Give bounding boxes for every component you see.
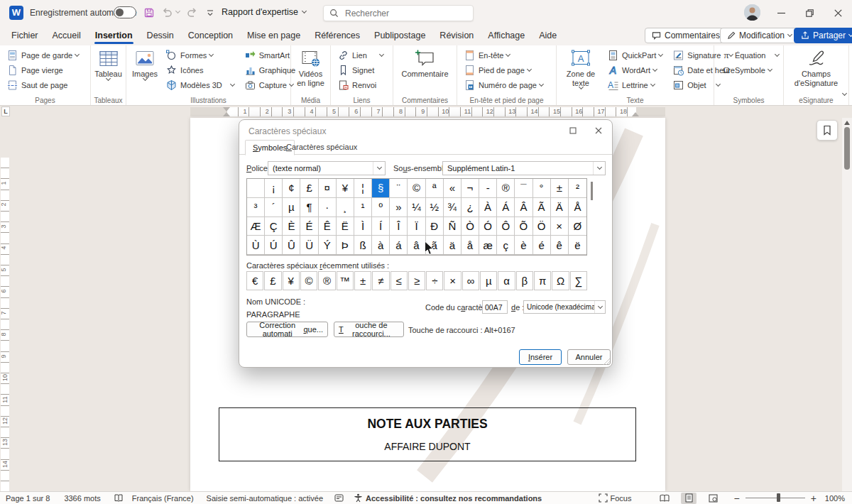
symbol-cell[interactable]: ¨ [390,179,408,198]
symbol-cell[interactable]: Õ [515,217,532,236]
symbol-cell[interactable]: ³ [247,198,265,217]
symbol-cell[interactable]: ¸ [337,198,354,217]
symbol-cell[interactable]: Ý [319,236,337,255]
symbol-cell[interactable]: Ã [533,198,551,217]
recent-symbol-cell[interactable]: ÷ [426,271,443,290]
scroll-up-arrow[interactable] [843,120,851,126]
symbol-cell[interactable]: À [479,198,497,217]
print-layout-button[interactable] [681,493,697,504]
ribbon-tab-insertion[interactable]: Insertion [88,27,140,45]
symbol-cell[interactable]: Á [497,198,515,217]
page-indicator[interactable]: Page 1 sur 8 [6,494,50,503]
symbol-cell[interactable]: Ø [569,217,586,236]
symbol-cell[interactable]: å [462,236,479,255]
autocorrect-button[interactable]: Correction automatique... [246,322,328,337]
language-indicator[interactable]: Français (France) [132,494,194,503]
restore-button[interactable] [795,0,824,26]
zoom-slider[interactable] [746,498,805,498]
quickpart-button[interactable]: QuickPart [604,48,665,62]
symbol-cell[interactable]: ë [569,236,586,255]
dialog-tab-special-characters[interactable]: Caractères spéciaux [279,140,364,155]
symbol-cell[interactable]: ¶ [300,198,318,217]
undo-icon[interactable] [160,6,175,20]
scrollbar-thumb[interactable] [844,127,850,170]
document-title-box[interactable]: NOTE AUX PARTIES AFFAIRE DUPONT [219,407,636,461]
symbol-cell[interactable]: ª [426,179,444,198]
symbol-cell[interactable]: È [283,217,300,236]
recent-symbol-cell[interactable]: α [498,271,515,290]
bookmark-flyout-button[interactable] [816,120,838,141]
ribbon-tab-publipostage[interactable]: Publipostage [367,27,432,45]
chart-button[interactable]: Graphique [241,62,298,77]
tab-stop-selector[interactable]: L [1,106,10,116]
accessibility-status[interactable]: Accessibilité : consultez nos recommanda… [354,493,542,503]
symbol-cell[interactable]: - [479,179,497,198]
dialog-restore-button[interactable] [567,125,579,136]
dropdown-chevron-icon[interactable] [373,162,385,175]
symbol-cell[interactable]: â [408,236,425,255]
comments-button[interactable]: Commentaires [645,28,727,43]
symbol-cell[interactable]: Å [569,198,586,217]
symbol-cell[interactable]: ½ [426,198,444,217]
symbol-cell[interactable]: ¯ [515,179,532,198]
symbol-cell[interactable]: Ò [462,217,479,236]
search-input[interactable] [344,8,450,19]
symbol-cell[interactable]: Ú [265,236,283,255]
symbol-cell[interactable]: ® [497,179,515,198]
recent-symbol-cell[interactable]: ™ [337,271,354,290]
new-comment-button[interactable]: Commentaire [399,48,450,80]
recent-symbol-cell[interactable]: ≠ [372,271,389,290]
icons-button[interactable]: Icônes [163,62,237,77]
symbol-cell[interactable]: Ï [408,217,425,236]
symbol-cell[interactable]: ´ [265,198,283,217]
symbol-cell[interactable]: ° [533,179,551,198]
online-videos-button[interactable]: Vidéos en ligne [292,48,330,89]
3d-models-button[interactable]: Modèles 3D [163,77,237,92]
ribbon-tab-accueil[interactable]: Accueil [45,27,88,45]
recent-symbol-cell[interactable]: µ [480,271,497,290]
recent-symbol-cell[interactable]: π [534,271,551,290]
recent-symbol-cell[interactable]: Ω [552,271,569,290]
symbol-cell[interactable]: æ [479,236,497,255]
symbol-cell[interactable]: Â [515,198,532,217]
recent-symbol-cell[interactable]: ∞ [462,271,479,290]
autosave-toggle[interactable] [114,6,136,18]
zoom-level[interactable]: 100% [825,494,845,503]
symbol-cell[interactable]: · [319,198,337,217]
dialog-close-button[interactable] [593,125,604,136]
ribbon-tab-révision[interactable]: Révision [432,27,481,45]
first-line-indent-marker[interactable] [223,107,230,111]
close-button[interactable] [824,0,852,26]
dropcap-button[interactable]: A Lettrine [604,77,665,92]
symbol-cell[interactable]: é [533,236,551,255]
symbol-button[interactable]: Ω Symbole [718,62,782,77]
equation-button[interactable]: π Équation [718,48,782,62]
save-icon[interactable] [142,6,156,20]
symbol-cell[interactable]: Þ [337,236,354,255]
word-app-icon[interactable]: W [9,6,23,20]
dialog-resize-grip[interactable] [603,358,610,365]
symbol-cell[interactable]: Ê [319,217,337,236]
symbol-cell[interactable]: » [390,198,408,217]
text-box-button[interactable]: A Zone de texte [560,48,601,90]
recent-symbol-cell[interactable]: ® [318,271,335,290]
quick-access-menu-icon[interactable] [203,6,217,20]
symbol-cell[interactable]: © [408,179,425,198]
document-subtitle-line[interactable]: AFFAIRE DUPONT [219,441,635,452]
symbol-cell[interactable]: Ô [497,217,515,236]
recent-symbol-cell[interactable]: ≥ [408,271,425,290]
symbol-cell[interactable]: ¢ [283,179,300,198]
font-dropdown[interactable]: (texte normal) [268,161,386,175]
esignature-fields-button[interactable]: Champs d'eSignature [790,48,843,89]
symbol-cell[interactable]: ¡ [265,179,283,198]
recent-symbol-cell[interactable]: × [444,271,461,290]
grid-scrollbar-thumb[interactable] [591,182,593,200]
link-button[interactable]: Lien [334,48,389,62]
symbol-cell[interactable]: Ð [426,217,444,236]
subset-dropdown[interactable]: Supplément Latin-1 [442,161,606,175]
document-name[interactable]: Rapport d'expertise [222,7,306,17]
undo-dropdown-icon[interactable] [175,9,180,13]
symbol-cell[interactable]: « [444,179,462,198]
smartart-button[interactable]: SmartArt [241,48,298,62]
recent-symbol-cell[interactable]: € [246,271,263,290]
